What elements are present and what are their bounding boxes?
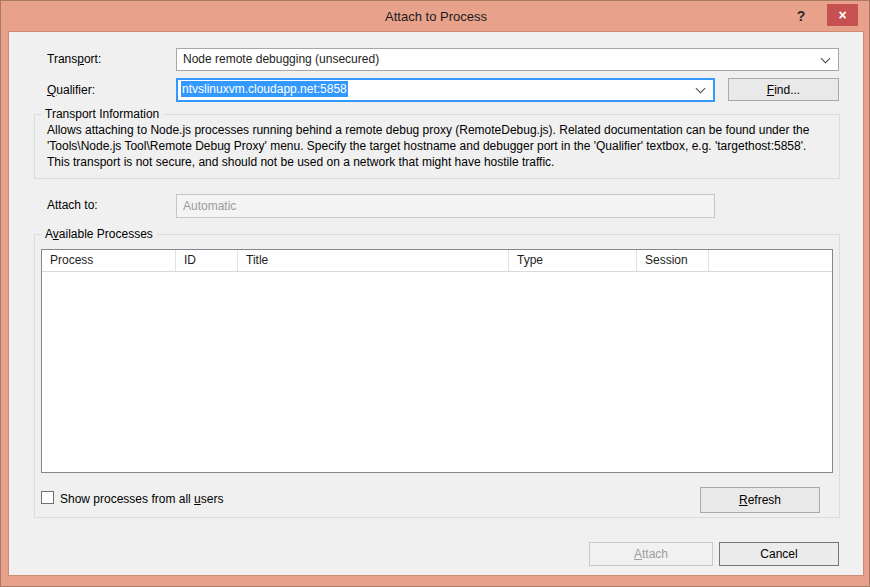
- transport-select[interactable]: Node remote debugging (unsecured): [176, 48, 839, 71]
- column-header-type[interactable]: Type: [509, 250, 637, 271]
- attach-to-field: Automatic: [176, 194, 715, 218]
- process-list[interactable]: Process ID Title Type Session: [41, 249, 833, 473]
- close-button[interactable]: ×: [827, 4, 858, 26]
- attach-to-label: Attach to:: [47, 198, 98, 212]
- attach-button: Attach: [589, 542, 713, 566]
- show-all-users-label[interactable]: Show processes from all users: [60, 492, 223, 506]
- column-header-session[interactable]: Session: [637, 250, 709, 271]
- find-button[interactable]: Find...: [728, 78, 839, 101]
- available-processes-title: Available Processes: [41, 227, 157, 241]
- cancel-button[interactable]: Cancel: [719, 542, 839, 566]
- show-all-users-checkbox[interactable]: [41, 491, 54, 504]
- transport-selected-value: Node remote debugging (unsecured): [183, 52, 379, 66]
- close-icon: ×: [838, 7, 846, 23]
- refresh-button[interactable]: Refresh: [700, 487, 820, 513]
- process-list-header: Process ID Title Type Session: [42, 250, 832, 272]
- chevron-down-icon[interactable]: [821, 54, 831, 64]
- column-header-id[interactable]: ID: [176, 250, 238, 271]
- qualifier-label: Qualifier:: [47, 83, 95, 97]
- column-header-title[interactable]: Title: [238, 250, 509, 271]
- help-button[interactable]: ?: [791, 7, 811, 26]
- transport-information-line: Allows attaching to Node.js processes ru…: [47, 123, 809, 137]
- titlebar[interactable]: Attach to Process ? ×: [1, 1, 870, 31]
- transport-information-line: 'Tools\Node.js Tool\Remote Debug Proxy' …: [47, 139, 806, 153]
- window-title: Attach to Process: [1, 9, 870, 24]
- column-header-blank[interactable]: [709, 250, 832, 271]
- qualifier-combobox[interactable]: ntvslinuxvm.cloudapp.net:5858: [176, 78, 715, 102]
- qualifier-value[interactable]: ntvslinuxvm.cloudapp.net:5858: [181, 81, 348, 97]
- column-header-process[interactable]: Process: [42, 250, 176, 271]
- transport-information-line: This transport is not secure, and should…: [47, 155, 554, 169]
- attach-to-process-dialog: Attach to Process ? × Transport: Node re…: [0, 0, 870, 587]
- transport-label: Transport:: [47, 52, 101, 66]
- transport-information-title: Transport Information: [41, 107, 163, 121]
- help-icon: ?: [797, 8, 806, 24]
- attach-to-value: Automatic: [183, 199, 236, 213]
- process-list-body[interactable]: [42, 272, 832, 472]
- chevron-down-icon[interactable]: [696, 84, 706, 94]
